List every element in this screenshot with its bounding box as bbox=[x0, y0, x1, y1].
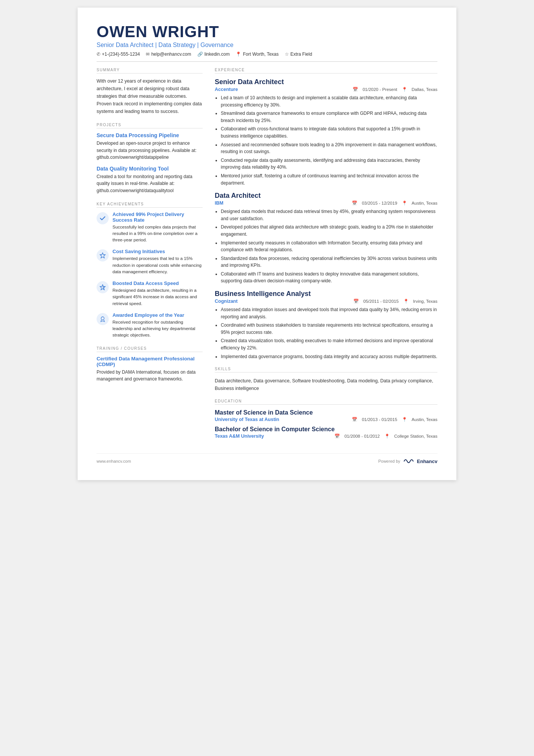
linkedin-contact: 🔗 linkedin.com bbox=[197, 52, 230, 57]
bullet-1-4: Collaborated with IT teams and business … bbox=[221, 271, 437, 285]
achievement-item-3: Awarded Employee of the Year Received re… bbox=[97, 312, 203, 339]
bullet-2-3: Implemented data governance programs, bo… bbox=[221, 353, 437, 360]
body-layout: SUMMARY With over 12 years of experience… bbox=[97, 68, 437, 443]
exp-meta-0: Accenture 📅 01/2020 - Present 📍 Dallas, … bbox=[215, 87, 437, 92]
exp-item-2: Business Intelligence Analyst Cognizant … bbox=[215, 290, 437, 360]
achievement-icon-check bbox=[97, 212, 109, 224]
achievement-icon-star-outline bbox=[97, 249, 109, 261]
bullet-0-1: Streamlined data governance frameworks t… bbox=[221, 110, 437, 124]
edu-loc-icon-0: 📍 bbox=[402, 417, 407, 422]
project-title-0: Secure Data Processing Pipeline bbox=[97, 132, 203, 138]
training-list: Certified Data Management Professional (… bbox=[97, 356, 203, 382]
exp-title-0: Senior Data Architect bbox=[215, 78, 437, 86]
skills-text: Data architecture, Data governance, Soft… bbox=[215, 377, 437, 392]
achievements-list: Achieved 99% Project Delivery Success Ra… bbox=[97, 211, 203, 339]
cal-icon-2: 📅 bbox=[353, 299, 359, 304]
location-value: Fort Worth, Texas bbox=[243, 52, 278, 57]
left-column: SUMMARY With over 12 years of experience… bbox=[97, 68, 203, 443]
edu-cal-icon-1: 📅 bbox=[334, 434, 340, 439]
exp-dates-loc-2: 📅 05/2011 - 02/2015 📍 Irving, Texas bbox=[353, 299, 437, 304]
exp-bullets-0: Led a team of 10 architects to design an… bbox=[215, 94, 437, 186]
exp-item-1: Data Architect IBM 📅 03/2015 - 12/2019 📍… bbox=[215, 192, 437, 285]
edu-school-1: Texas A&M University bbox=[215, 434, 264, 439]
summary-label: SUMMARY bbox=[97, 68, 203, 74]
achievement-desc-1: Implemented processes that led to a 15% … bbox=[112, 255, 203, 275]
edu-degree-0: Master of Science in Data Science bbox=[215, 409, 437, 416]
exp-company-0: Accenture bbox=[215, 87, 238, 92]
loc-icon-2: 📍 bbox=[403, 299, 409, 304]
footer-brand: Enhancv bbox=[417, 459, 437, 464]
footer: www.enhancv.com Powered by Enhancv bbox=[97, 453, 437, 465]
location-contact: 📍 Fort Worth, Texas bbox=[236, 52, 278, 57]
edu-meta-0: University of Texas at Austin 📅 01/2013 … bbox=[215, 417, 437, 422]
achievement-item-1: Cost Saving Initiatives Implemented proc… bbox=[97, 249, 203, 275]
exp-company-1: IBM bbox=[215, 200, 223, 206]
edu-dates-0: 01/2013 - 01/2015 bbox=[362, 417, 397, 422]
exp-loc-1: Austin, Texas bbox=[412, 201, 437, 205]
achievement-desc-0: Successfully led complex data projects t… bbox=[112, 224, 203, 244]
edu-loc-icon-1: 📍 bbox=[384, 434, 390, 439]
loc-icon-0: 📍 bbox=[402, 87, 407, 92]
summary-text: With over 12 years of experience in data… bbox=[97, 77, 203, 115]
linkedin-value: linkedin.com bbox=[205, 52, 230, 57]
achievement-item-0: Achieved 99% Project Delivery Success Ra… bbox=[97, 211, 203, 244]
phone-icon: ✆ bbox=[97, 52, 100, 57]
right-column: EXPERIENCE Senior Data Architect Accentu… bbox=[215, 68, 437, 443]
exp-dates-1: 03/2015 - 12/2019 bbox=[362, 201, 397, 205]
project-desc-0: Developed an open-source project to enha… bbox=[97, 140, 203, 161]
linkedin-icon: 🔗 bbox=[197, 52, 203, 57]
edu-meta-1: Texas A&M University 📅 01/2008 - 01/2012… bbox=[215, 434, 437, 439]
edu-school-0: University of Texas at Austin bbox=[215, 417, 279, 422]
achievement-title-1: Cost Saving Initiatives bbox=[112, 249, 203, 254]
phone-value: +1-(234)-555-1234 bbox=[102, 52, 140, 57]
svg-point-3 bbox=[101, 317, 104, 320]
footer-logo: Powered by Enhancv bbox=[378, 457, 437, 465]
projects-label: PROJECTS bbox=[97, 123, 203, 128]
edu-degree-1: Bachelor of Science in Computer Science bbox=[215, 426, 437, 433]
exp-loc-0: Dallas, Texas bbox=[412, 87, 437, 92]
location-icon: 📍 bbox=[236, 52, 241, 57]
education-label: EDUCATION bbox=[215, 399, 437, 405]
extra-value: Extra Field bbox=[290, 52, 312, 57]
email-icon: ✉ bbox=[146, 52, 150, 57]
achievements-label: KEY ACHIEVEMENTS bbox=[97, 202, 203, 208]
training-label: TRAINING / COURSES bbox=[97, 346, 203, 352]
bullet-0-5: Mentored junior staff, fostering a cultu… bbox=[221, 172, 437, 186]
edu-dates-loc-1: 📅 01/2008 - 01/2012 📍 College Station, T… bbox=[334, 434, 437, 439]
header: OWEN WRIGHT Senior Data Architect | Data… bbox=[97, 23, 437, 62]
bullet-0-4: Conducted regular data quality assessmen… bbox=[221, 157, 437, 171]
projects-list: Secure Data Processing Pipeline Develope… bbox=[97, 132, 203, 194]
course-desc-0: Provided by DAMA International, focuses … bbox=[97, 369, 203, 382]
email-value: help@enhancv.com bbox=[151, 52, 191, 57]
exp-dates-loc-1: 📅 03/2015 - 12/2019 📍 Austin, Texas bbox=[352, 200, 437, 206]
cal-icon-1: 📅 bbox=[352, 200, 357, 206]
achievement-title-0: Achieved 99% Project Delivery Success Ra… bbox=[112, 211, 203, 223]
exp-bullets-2: Assessed data integration issues and dev… bbox=[215, 306, 437, 360]
achievement-icon-award bbox=[97, 313, 109, 325]
exp-title-2: Business Intelligence Analyst bbox=[215, 290, 437, 298]
edu-dates-1: 01/2008 - 01/2012 bbox=[344, 434, 379, 438]
exp-item-0: Senior Data Architect Accenture 📅 01/202… bbox=[215, 78, 437, 186]
exp-dates-0: 01/2020 - Present bbox=[362, 87, 397, 92]
loc-icon-1: 📍 bbox=[402, 200, 407, 206]
exp-dates-loc-0: 📅 01/2020 - Present 📍 Dallas, Texas bbox=[353, 87, 437, 92]
cal-icon-0: 📅 bbox=[353, 87, 358, 92]
experience-label: EXPERIENCE bbox=[215, 68, 437, 74]
achievement-desc-2: Redesigned data architecture, resulting … bbox=[112, 287, 203, 307]
edu-dates-loc-0: 📅 01/2013 - 01/2015 📍 Austin, Texas bbox=[352, 417, 437, 422]
contact-row: ✆ +1-(234)-555-1234 ✉ help@enhancv.com 🔗… bbox=[97, 52, 437, 62]
exp-loc-2: Irving, Texas bbox=[413, 299, 437, 304]
exp-company-2: Cognizant bbox=[215, 299, 237, 304]
footer-website: www.enhancv.com bbox=[97, 459, 131, 463]
edu-item-0: Master of Science in Data Science Univer… bbox=[215, 409, 437, 422]
enhancv-logo-icon bbox=[403, 457, 415, 465]
project-title-1: Data Quality Monitoring Tool bbox=[97, 166, 203, 172]
exp-meta-2: Cognizant 📅 05/2011 - 02/2015 📍 Irving, … bbox=[215, 299, 437, 304]
candidate-title: Senior Data Architect | Data Strategy | … bbox=[97, 42, 437, 49]
bullet-0-3: Assessed and recommended software tools … bbox=[221, 141, 437, 155]
exp-title-1: Data Architect bbox=[215, 192, 437, 200]
bullet-2-1: Coordinated with business stakeholders t… bbox=[221, 322, 437, 336]
star-icon: ☆ bbox=[285, 52, 289, 57]
course-title-0: Certified Data Management Professional (… bbox=[97, 356, 203, 367]
achievement-content-1: Cost Saving Initiatives Implemented proc… bbox=[112, 249, 203, 275]
